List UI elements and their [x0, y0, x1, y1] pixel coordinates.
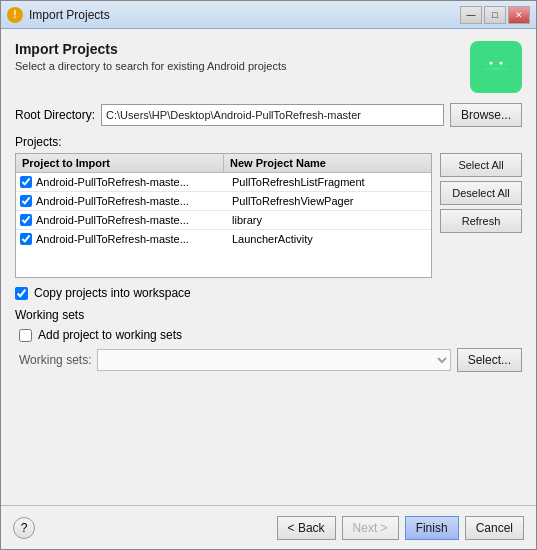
svg-line-5 — [486, 53, 490, 58]
svg-point-3 — [490, 62, 493, 65]
table-header: Project to Import New Project Name — [16, 154, 431, 173]
table-row: Android-PullToRefresh-maste...PullToRefr… — [16, 192, 431, 211]
root-dir-input[interactable] — [101, 104, 444, 126]
add-ws-checkbox[interactable] — [19, 329, 32, 342]
header-text: Import Projects Select a directory to se… — [15, 41, 286, 72]
row-name-3: LauncherActivity — [226, 230, 431, 248]
svg-rect-9 — [511, 66, 516, 76]
root-dir-label: Root Directory: — [15, 108, 95, 122]
title-bar-text: Import Projects — [29, 8, 110, 22]
svg-rect-11 — [500, 80, 505, 87]
side-buttons: Select All Deselect All Refresh — [440, 153, 522, 278]
row-name-1: PullToRefreshViewPager — [226, 192, 431, 210]
projects-area: Project to Import New Project Name Andro… — [15, 153, 522, 278]
row-name-0: PullToRefreshListFragment — [226, 173, 431, 191]
title-bar-left: ! Import Projects — [7, 7, 110, 23]
row-project-2: Android-PullToRefresh-maste... — [36, 214, 189, 226]
row-project-3: Android-PullToRefresh-maste... — [36, 233, 189, 245]
select-all-button[interactable]: Select All — [440, 153, 522, 177]
dialog-subtitle: Select a directory to search for existin… — [15, 60, 286, 72]
copy-label[interactable]: Copy projects into workspace — [34, 286, 191, 300]
ws-combo[interactable] — [97, 349, 450, 371]
col-header-name: New Project Name — [224, 154, 431, 172]
table-row: Android-PullToRefresh-maste...PullToRefr… — [16, 173, 431, 192]
header-row: Import Projects Select a directory to se… — [15, 41, 522, 93]
cancel-button[interactable]: Cancel — [465, 516, 524, 540]
close-button[interactable]: ✕ — [508, 6, 530, 24]
ws-select-button[interactable]: Select... — [457, 348, 522, 372]
window-icon: ! — [7, 7, 23, 23]
row-checkbox-1[interactable] — [20, 195, 32, 207]
ws-row: Working sets: Select... — [19, 348, 522, 372]
row-project-0: Android-PullToRefresh-maste... — [36, 176, 189, 188]
row-check-cell-0: Android-PullToRefresh-maste... — [16, 173, 226, 191]
browse-button[interactable]: Browse... — [450, 103, 522, 127]
copy-checkbox-row: Copy projects into workspace — [15, 286, 522, 300]
android-logo — [470, 41, 522, 93]
svg-line-6 — [502, 53, 506, 58]
deselect-all-button[interactable]: Deselect All — [440, 181, 522, 205]
title-bar-controls: — □ ✕ — [460, 6, 530, 24]
footer-buttons: < Back Next > Finish Cancel — [277, 516, 524, 540]
next-button[interactable]: Next > — [342, 516, 399, 540]
copy-checkbox[interactable] — [15, 287, 28, 300]
finish-button[interactable]: Finish — [405, 516, 459, 540]
row-check-cell-3: Android-PullToRefresh-maste... — [16, 230, 226, 248]
svg-rect-10 — [487, 80, 492, 87]
minimize-button[interactable]: — — [460, 6, 482, 24]
row-checkbox-0[interactable] — [20, 176, 32, 188]
row-project-1: Android-PullToRefresh-maste... — [36, 195, 189, 207]
ws-label: Working sets: — [19, 353, 91, 367]
col-header-project: Project to Import — [16, 154, 224, 172]
row-check-cell-1: Android-PullToRefresh-maste... — [16, 192, 226, 210]
table-row: Android-PullToRefresh-maste...library — [16, 211, 431, 230]
table-body: Android-PullToRefresh-maste...PullToRefr… — [16, 173, 431, 277]
working-sets-label: Working sets — [15, 308, 522, 322]
add-ws-row: Add project to working sets — [19, 328, 522, 342]
svg-point-4 — [500, 62, 503, 65]
working-sets-section: Working sets Add project to working sets… — [15, 308, 522, 372]
projects-table: Project to Import New Project Name Andro… — [15, 153, 432, 278]
android-icon — [476, 47, 516, 87]
svg-rect-8 — [476, 66, 481, 76]
refresh-button[interactable]: Refresh — [440, 209, 522, 233]
main-window: ! Import Projects — □ ✕ Import Projects … — [0, 0, 537, 550]
row-checkbox-3[interactable] — [20, 233, 32, 245]
title-bar: ! Import Projects — □ ✕ — [1, 1, 536, 29]
back-button[interactable]: < Back — [277, 516, 336, 540]
row-checkbox-2[interactable] — [20, 214, 32, 226]
row-name-2: library — [226, 211, 431, 229]
dialog-title: Import Projects — [15, 41, 286, 57]
help-button[interactable]: ? — [13, 517, 35, 539]
add-ws-label[interactable]: Add project to working sets — [38, 328, 182, 342]
footer: ? < Back Next > Finish Cancel — [1, 505, 536, 549]
svg-rect-7 — [480, 65, 512, 81]
maximize-button[interactable]: □ — [484, 6, 506, 24]
table-row: Android-PullToRefresh-maste...LauncherAc… — [16, 230, 431, 248]
projects-label: Projects: — [15, 135, 522, 149]
dialog-content: Import Projects Select a directory to se… — [1, 29, 536, 505]
row-check-cell-2: Android-PullToRefresh-maste... — [16, 211, 226, 229]
root-dir-row: Root Directory: Browse... — [15, 103, 522, 127]
